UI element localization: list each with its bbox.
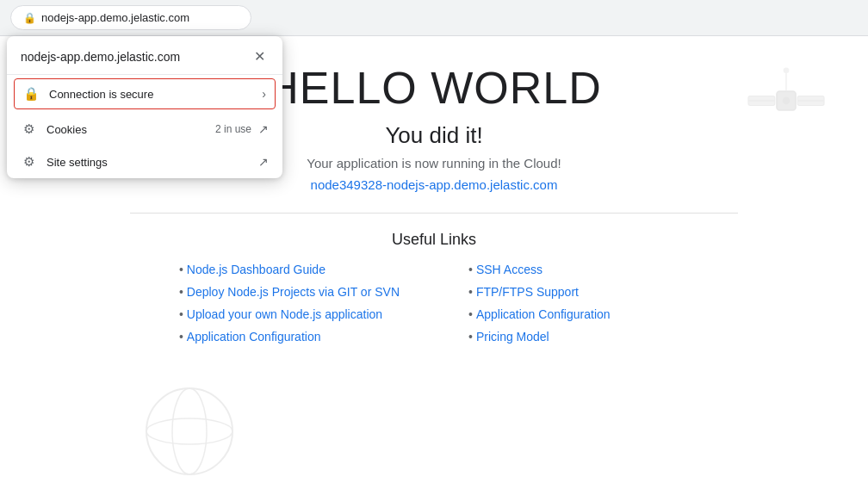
bullet-icon: • <box>468 330 473 344</box>
lock-icon: 🔒 <box>23 86 39 102</box>
link-upload-app[interactable]: • Upload your own Node.js application <box>179 307 400 321</box>
svg-point-10 <box>146 418 232 444</box>
bullet-icon: • <box>179 285 183 299</box>
gear-icon: ⚙ <box>21 154 36 170</box>
bullet-icon: • <box>468 285 473 299</box>
link-deploy-nodejs[interactable]: • Deploy Node.js Projects via GIT or SVN <box>179 285 400 299</box>
address-bar[interactable]: 🔒 nodejs-app.demo.jelastic.com <box>10 5 251 30</box>
browser-chrome: 🔒 nodejs-app.demo.jelastic.com <box>0 0 868 36</box>
chevron-right-icon: › <box>262 87 266 101</box>
link-label: FTP/FTPS Support <box>476 285 579 299</box>
link-app-config[interactable]: • Application Configuration <box>179 330 400 344</box>
cookies-label: Cookies <box>46 123 215 136</box>
bullet-icon: • <box>468 307 473 321</box>
cookies-badge: 2 in use <box>215 123 251 135</box>
hello-world-heading: HELLO WORLD <box>266 62 602 114</box>
link-ssh-access[interactable]: • SSH Access <box>468 263 689 276</box>
connection-label: Connection is secure <box>49 88 262 101</box>
cookies-item[interactable]: ⚙ Cookies 2 in use ↗ <box>7 113 282 146</box>
address-text: nodejs-app.demo.jelastic.com <box>41 11 189 24</box>
useful-links-title: Useful Links <box>392 231 476 249</box>
bullet-icon: • <box>179 263 183 276</box>
connection-secure-item[interactable]: 🔒 Connection is secure › <box>14 78 276 109</box>
section-divider <box>130 213 738 214</box>
svg-point-9 <box>172 388 207 474</box>
link-ftp-support[interactable]: • FTP/FTPS Support <box>468 285 689 299</box>
links-grid: • Node.js Dashboard Guide • SSH Access •… <box>179 263 689 344</box>
subtitle-text: Your application is now running in the C… <box>307 156 561 170</box>
link-label: Node.js Dashboard Guide <box>187 263 326 276</box>
popup-header: nodejs-app.demo.jelastic.com ✕ <box>7 36 282 75</box>
link-label: Upload your own Node.js application <box>187 307 382 321</box>
link-nodejs-dashboard[interactable]: • Node.js Dashboard Guide <box>179 263 400 276</box>
link-label: SSH Access <box>476 263 542 276</box>
svg-point-5 <box>783 97 790 105</box>
link-charged-resources[interactable]: • Application Configuration <box>468 307 689 321</box>
svg-point-7 <box>784 68 790 74</box>
link-label: Pricing Model <box>476 330 549 344</box>
bullet-icon: • <box>179 307 183 321</box>
link-label: Deploy Node.js Projects via GIT or SVN <box>187 285 400 299</box>
satellite-decoration <box>739 53 834 148</box>
site-settings-label: Site settings <box>46 156 258 169</box>
cookie-icon: ⚙ <box>21 121 36 137</box>
globe-decoration <box>138 380 241 483</box>
app-link[interactable]: node349328-nodejs-app.demo.jelastic.com <box>311 177 558 192</box>
lock-icon: 🔒 <box>23 12 36 24</box>
external-link-icon: ↗ <box>258 122 269 136</box>
bullet-icon: • <box>179 330 183 344</box>
link-label: Application Configuration <box>187 330 321 344</box>
popup-domain: nodejs-app.demo.jelastic.com <box>21 50 180 64</box>
site-info-popup: nodejs-app.demo.jelastic.com ✕ 🔒 Connect… <box>7 36 282 178</box>
svg-point-8 <box>146 388 232 474</box>
you-did-it-heading: You did it! <box>385 122 482 149</box>
bullet-icon: • <box>468 263 473 276</box>
link-pricing-model[interactable]: • Pricing Model <box>468 330 689 344</box>
link-label: Application Configuration <box>476 307 611 321</box>
popup-close-button[interactable]: ✕ <box>251 48 269 65</box>
external-link-icon: ↗ <box>258 155 269 169</box>
site-settings-item[interactable]: ⚙ Site settings ↗ <box>7 146 282 178</box>
